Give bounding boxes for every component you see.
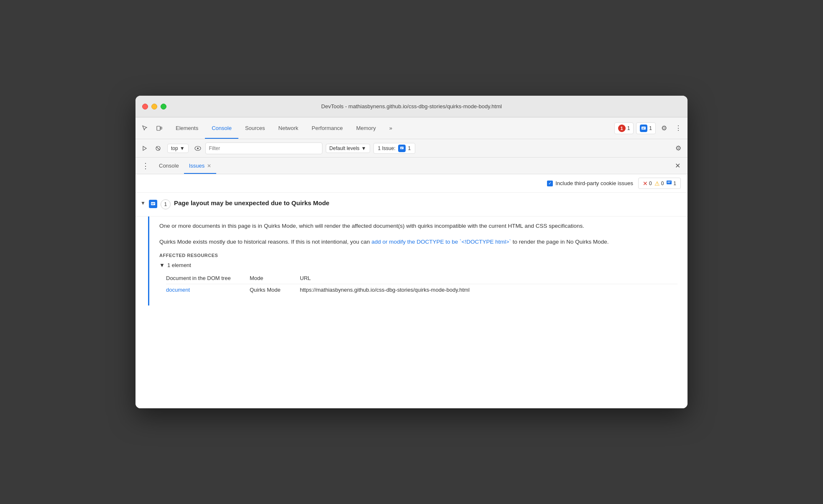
resource-table-row: document Quirks Mode https://mathiasbyne… [166,284,677,295]
resource-table: Document in the DOM tree Mode URL docume… [166,272,677,295]
panel-more-button[interactable]: ⋮ [141,161,151,171]
svg-rect-8 [400,147,404,149]
info-count-item: 1 [666,180,676,187]
third-party-checkbox[interactable]: ✓ [547,181,553,186]
issue-link[interactable]: add or modify the DOCTYPE to be `<!DOCTY… [371,239,511,245]
issues-tab-close[interactable]: ✕ [207,163,211,169]
issue-description-2: Quirks Mode exists mostly due to histori… [159,237,677,247]
traffic-lights [142,104,166,109]
svg-point-7 [197,148,199,149]
toolbar-icons [139,122,166,135]
issue-expand-icon[interactable]: ▼ [141,200,146,206]
sub-tab-issues[interactable]: Issues ✕ [184,158,217,174]
svg-rect-0 [157,126,160,130]
resource-expand[interactable]: ▼ 1 element [159,262,677,268]
toolbar-right: 1 1 1 ⚙ ⋮ [614,122,684,134]
svg-marker-3 [143,146,146,150]
devtools-toolbar: Elements Console Sources Network Perform… [135,117,688,139]
run-icon[interactable] [139,143,151,154]
tab-elements[interactable]: Elements [169,117,205,139]
affected-resources-label: AFFECTED RESOURCES [159,253,677,258]
issue-body: One or more documents in this page is in… [149,216,688,305]
levels-dropdown[interactable]: Default levels ▼ [326,144,370,153]
issues-filter-bar: ✓ Include third-party cookie issues ✕ 0 … [135,174,688,193]
error-badge-button[interactable]: 1 1 [614,122,634,134]
warning-count-icon: ⚠ [654,180,660,187]
issue-description-1: One or more documents in this page is in… [159,221,677,231]
issue-counts: ✕ 0 ⚠ 0 1 [638,178,681,189]
clear-icon[interactable] [152,143,164,154]
window-title: DevTools - mathiasbynens.github.io/css-d… [321,103,502,109]
close-button[interactable] [142,104,148,109]
info-count-icon [666,180,672,187]
message-badge-button[interactable]: 1 [636,122,656,134]
main-nav-tabs: Elements Console Sources Network Perform… [169,117,614,139]
context-selector[interactable]: top ▼ [167,144,189,153]
resource-document-link[interactable]: document [166,287,250,293]
panel-area: ⋮ Console Issues ✕ ✕ ✓ Include third-par… [135,158,688,408]
console-toolbar: top ▼ Default levels ▼ 1 Issue: 1 ⚙ [135,139,688,158]
warning-count-item: ⚠ 0 [654,180,664,187]
device-toolbar-icon[interactable] [153,122,166,135]
issue-title[interactable]: Page layout may be unexpected due to Qui… [174,199,681,206]
error-count-item: ✕ 0 [643,180,652,187]
panel-close-button[interactable]: ✕ [672,161,682,171]
issue-header-row: ▼ 1 Page layout may be unexpected due to… [135,193,688,216]
issues-content: ▼ 1 Page layout may be unexpected due to… [135,193,688,305]
svg-rect-1 [161,127,162,129]
fullscreen-button[interactable] [161,104,166,109]
inspect-icon[interactable] [139,122,151,135]
issue-type-icon [149,200,157,208]
settings-button[interactable]: ⚙ [658,122,670,134]
svg-line-5 [156,147,160,150]
tab-memory[interactable]: Memory [350,117,383,139]
sub-tab-console[interactable]: Console [154,158,184,174]
issue-body-wrapper: One or more documents in this page is in… [142,216,688,305]
console-settings-button[interactable]: ⚙ [672,143,684,154]
error-count-icon: ✕ [643,180,648,187]
sub-tabs-bar: ⋮ Console Issues ✕ ✕ [135,158,688,174]
issue-count-badge [398,145,406,152]
affected-resources: AFFECTED RESOURCES ▼ 1 element Document … [159,253,677,295]
tab-sources[interactable]: Sources [238,117,272,139]
devtools-window: DevTools - mathiasbynens.github.io/css-d… [135,96,688,408]
message-icon [640,125,647,132]
tab-console[interactable]: Console [205,117,238,139]
filter-input[interactable] [205,143,322,154]
tab-more[interactable]: » [383,117,399,139]
minimize-button[interactable] [151,104,157,109]
title-bar: DevTools - mathiasbynens.github.io/css-d… [135,96,688,117]
resource-table-header: Document in the DOM tree Mode URL [166,272,677,284]
issue-badge-button[interactable]: 1 Issue: 1 [373,143,416,154]
tab-network[interactable]: Network [272,117,305,139]
svg-rect-10 [151,202,155,206]
third-party-checkbox-label[interactable]: ✓ Include third-party cookie issues [547,180,633,186]
tab-performance[interactable]: Performance [305,117,349,139]
error-count: 1 [618,125,626,132]
more-options-button[interactable]: ⋮ [672,122,684,134]
eye-icon[interactable] [192,143,204,154]
issue-count-badge: 1 [161,199,171,209]
